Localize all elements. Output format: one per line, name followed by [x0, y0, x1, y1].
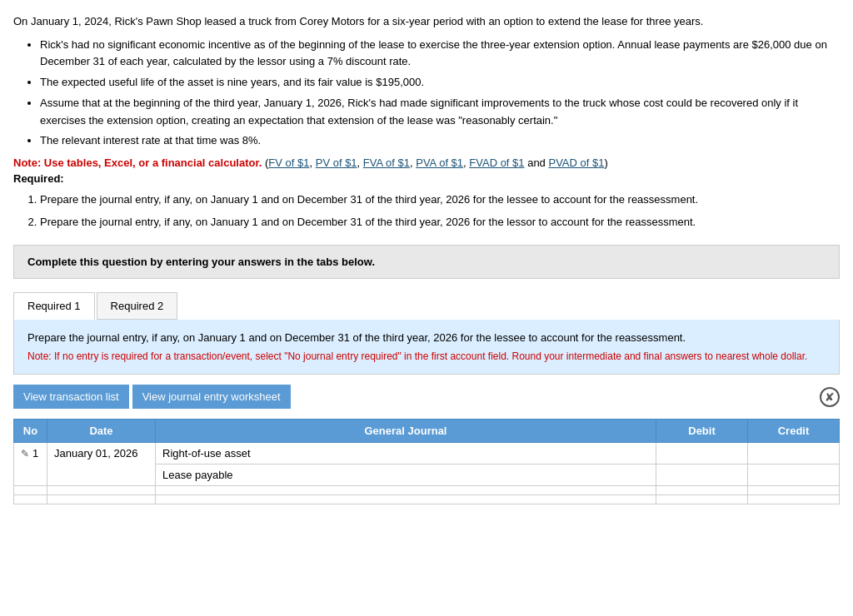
- col-header-no: No: [14, 420, 47, 443]
- required-item-2: Prepare the journal entry, if any, on Ja…: [40, 214, 840, 231]
- bullet-list: Rick's had no significant economic incen…: [40, 37, 840, 151]
- fv-link[interactable]: FV of $1: [268, 156, 309, 169]
- note-bold: Note: Use tables, Excel, or a financial …: [13, 156, 262, 169]
- note-line: Note: Use tables, Excel, or a financial …: [13, 156, 840, 169]
- table-row: [14, 495, 840, 504]
- bullet-item-3: Assume that at the beginning of the thir…: [40, 95, 840, 130]
- row-debit-empty-2[interactable]: [656, 495, 748, 504]
- table-row: ✎ 1 January 01, 2026 Right-of-use asset: [14, 443, 840, 464]
- pva-link[interactable]: PVA of $1: [416, 156, 463, 169]
- complete-box: Complete this question by entering your …: [13, 245, 840, 279]
- required-list: Prepare the journal entry, if any, on Ja…: [40, 191, 840, 231]
- pv-link[interactable]: PV of $1: [316, 156, 357, 169]
- row-no-empty-2: [14, 495, 47, 504]
- row-debit-1b[interactable]: [656, 464, 748, 486]
- required-label: Required:: [13, 172, 840, 185]
- table-row: [14, 486, 840, 495]
- required-item-1: Prepare the journal entry, if any, on Ja…: [40, 191, 840, 209]
- bullet-item-2: The expected useful life of the asset is…: [40, 74, 840, 92]
- col-header-gj: General Journal: [156, 420, 656, 443]
- close-button[interactable]: ✘: [820, 387, 840, 407]
- buttons-row: View transaction list View journal entry…: [13, 385, 840, 409]
- row-number-1: 1: [32, 447, 38, 460]
- tab-content: Prepare the journal entry, if any, on Ja…: [13, 320, 840, 375]
- fva-link[interactable]: FVA of $1: [363, 156, 410, 169]
- row-gj-1a[interactable]: Right-of-use asset: [156, 443, 656, 464]
- row-credit-1b[interactable]: [748, 464, 840, 486]
- row-credit-empty-1[interactable]: [748, 486, 840, 495]
- close-icon: ✘: [825, 390, 835, 404]
- journal-table: No Date General Journal Debit Credit ✎ 1…: [13, 419, 840, 504]
- note-links: (FV of $1, PV of $1, FVA of $1, PVA of $…: [265, 156, 608, 169]
- row-date-empty-1: [47, 486, 156, 495]
- tab-note-text: Note: If no entry is required for a tran…: [27, 349, 826, 364]
- tab-required-2[interactable]: Required 2: [97, 292, 178, 320]
- fvad-link[interactable]: FVAD of $1: [469, 156, 524, 169]
- col-header-credit: Credit: [748, 420, 840, 443]
- row-no-empty-1: [14, 486, 47, 495]
- edit-icon-1[interactable]: ✎: [21, 448, 32, 460]
- row-no-1: ✎ 1: [14, 443, 47, 486]
- row-credit-empty-2[interactable]: [748, 495, 840, 504]
- row-date-1: January 01, 2026: [47, 443, 156, 486]
- row-gj-1b[interactable]: Lease payable: [156, 464, 656, 486]
- view-transaction-button[interactable]: View transaction list: [13, 385, 129, 409]
- col-header-debit: Debit: [656, 420, 748, 443]
- row-date-empty-2: [47, 495, 156, 504]
- pvad-link[interactable]: PVAD of $1: [548, 156, 604, 169]
- row-gj-empty-2[interactable]: [156, 495, 656, 504]
- tab-required-1[interactable]: Required 1: [13, 292, 95, 320]
- row-credit-1a[interactable]: [748, 443, 840, 464]
- bullet-item-4: The relevant interest rate at that time …: [40, 132, 840, 150]
- row-debit-1a[interactable]: [656, 443, 748, 464]
- row-gj-empty-1[interactable]: [156, 486, 656, 495]
- bullet-item-1: Rick's had no significant economic incen…: [40, 37, 840, 72]
- row-debit-empty-1[interactable]: [656, 486, 748, 495]
- intro-paragraph: On January 1, 2024, Rick's Pawn Shop lea…: [13, 13, 840, 30]
- tabs-container: Required 1 Required 2: [13, 292, 840, 320]
- tab-main-text: Prepare the journal entry, if any, on Ja…: [27, 330, 826, 346]
- col-header-date: Date: [47, 420, 156, 443]
- view-journal-button[interactable]: View journal entry worksheet: [132, 385, 291, 409]
